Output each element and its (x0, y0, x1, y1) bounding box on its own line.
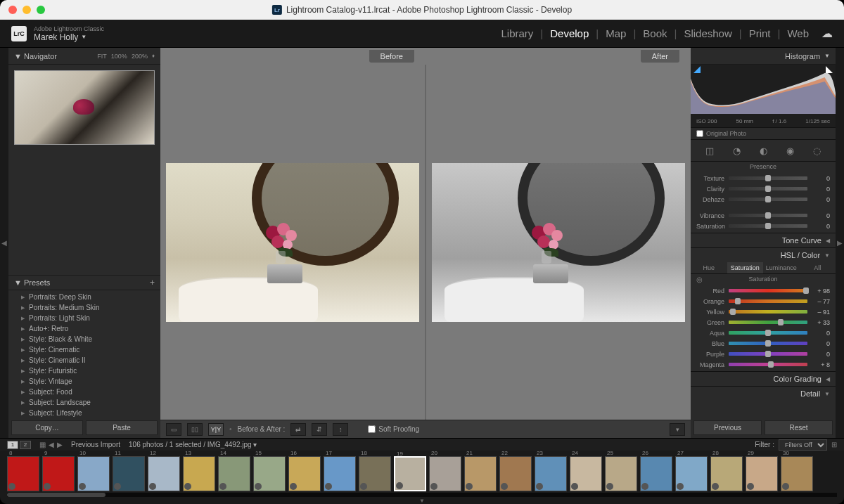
filmstrip-thumb[interactable]: 25 (605, 456, 637, 491)
slider-yellow[interactable]: Yellow– 91 (696, 306, 830, 317)
filmstrip[interactable]: 8910111213141516171819202122232425262728… (0, 451, 844, 497)
highlight-clip-icon[interactable] (826, 66, 833, 73)
ba-mode-3[interactable]: ↕ (333, 423, 348, 436)
detail-section[interactable]: Detail▼ (691, 386, 836, 401)
zoom-200[interactable]: 200% (132, 53, 148, 60)
filmstrip-thumb[interactable]: 17 (324, 456, 356, 491)
module-web[interactable]: Web (780, 27, 816, 39)
zoom-100[interactable]: 100% (111, 53, 127, 60)
filmstrip-thumb[interactable]: 21 (464, 456, 497, 491)
slider-saturation[interactable]: Saturation0 (696, 221, 830, 231)
slider-clarity[interactable]: Clarity0 (696, 183, 830, 194)
back-icon[interactable]: ◀ (49, 441, 54, 448)
preset-item[interactable]: ▶Style: Cinematic (8, 344, 160, 355)
before-photo[interactable] (166, 163, 419, 322)
preset-item[interactable]: ▶Subject: Food (8, 387, 160, 397)
histogram-header[interactable]: Histogram▼ (691, 48, 836, 65)
source-label[interactable]: Previous Import (71, 441, 120, 448)
module-library[interactable]: Library (494, 27, 540, 39)
slider-blue[interactable]: Blue0 (696, 338, 830, 349)
add-preset-icon[interactable]: + (150, 278, 155, 287)
module-develop[interactable]: Develop (543, 27, 596, 39)
loupe-view-button[interactable]: ▭ (166, 423, 181, 436)
filmstrip-thumb[interactable]: 29 (746, 456, 778, 491)
hsl-tab-all[interactable]: All (800, 262, 836, 273)
filmstrip-thumb[interactable]: 14 (218, 456, 250, 491)
filmstrip-thumb[interactable]: 19 (394, 456, 426, 491)
slider-aqua[interactable]: Aqua0 (696, 328, 830, 338)
slider-orange[interactable]: Orange– 77 (696, 296, 830, 306)
cloud-sync-icon[interactable]: ☁ (821, 27, 833, 40)
slider-texture[interactable]: Texture0 (696, 173, 830, 183)
before-after-button[interactable]: Y|Y (208, 423, 224, 436)
preset-item[interactable]: ▶Portraits: Light Skin (8, 313, 160, 323)
slider-green[interactable]: Green+ 33 (696, 317, 830, 328)
left-edge[interactable]: ◀ (0, 48, 8, 438)
preset-item[interactable]: ▶Style: Futuristic (8, 366, 160, 376)
heal-tool-icon[interactable]: ◔ (730, 144, 743, 157)
display-2[interactable]: 2 (20, 441, 31, 449)
radial-tool-icon[interactable]: ◌ (810, 144, 823, 157)
soft-proofing-toggle[interactable]: Soft Proofing (368, 425, 419, 433)
target-adjust-icon[interactable]: ◎ (696, 276, 703, 283)
filmstrip-thumb[interactable]: 30 (781, 456, 813, 491)
mask-tool-icon[interactable]: ◐ (757, 144, 769, 157)
preset-item[interactable]: ▶Subject: Lifestyle (8, 408, 160, 418)
grid-icon[interactable]: ▦ (39, 441, 46, 448)
slider-purple[interactable]: Purple0 (696, 349, 830, 359)
shadow-clip-icon[interactable] (693, 66, 701, 73)
toolbar-menu-button[interactable]: ▾ (670, 423, 685, 436)
color-grading-section[interactable]: Color Grading◀ (691, 371, 836, 386)
bottom-edge[interactable]: ▼ (0, 497, 844, 504)
collapse-bottom-icon[interactable]: ▼ (419, 498, 425, 504)
navigator-preview[interactable] (14, 70, 155, 145)
filmstrip-thumb[interactable]: 22 (499, 456, 532, 491)
filmstrip-thumb[interactable]: 11 (113, 456, 145, 491)
filmstrip-thumb[interactable]: 9 (42, 456, 75, 491)
hsl-tab-luminance[interactable]: Luminance (763, 262, 800, 273)
collapse-right-icon[interactable]: ▶ (837, 239, 843, 247)
module-book[interactable]: Book (636, 27, 674, 39)
preset-item[interactable]: ▶Portraits: Deep Skin (8, 292, 160, 302)
filmstrip-thumb[interactable]: 8 (7, 456, 39, 491)
identity-plate[interactable]: LrC Adobe Lightroom Classic Marek Holly … (11, 25, 104, 42)
filmstrip-thumb[interactable]: 16 (288, 456, 321, 491)
module-slideshow[interactable]: Slideshow (677, 27, 738, 39)
previous-button[interactable]: Previous (693, 420, 762, 435)
slider-dehaze[interactable]: Dehaze0 (696, 194, 830, 205)
collapse-left-icon[interactable]: ◀ (1, 239, 7, 247)
filmstrip-thumb[interactable]: 15 (253, 456, 286, 491)
display-1[interactable]: 1 (7, 441, 18, 449)
close-window-button[interactable] (8, 6, 17, 14)
redeye-tool-icon[interactable]: ◉ (784, 144, 796, 157)
module-map[interactable]: Map (599, 27, 633, 39)
filmstrip-thumb[interactable]: 12 (148, 456, 180, 491)
right-edge[interactable]: ▶ (836, 48, 844, 438)
filmstrip-thumb[interactable]: 26 (640, 456, 672, 491)
preset-item[interactable]: ▶Subject: Landscape (8, 397, 160, 408)
after-photo[interactable] (432, 163, 685, 322)
preset-item[interactable]: ▶Style: Black & White (8, 334, 160, 344)
hsl-tab-saturation[interactable]: Saturation (727, 262, 764, 273)
tone-curve-section[interactable]: Tone Curve◀ (691, 233, 836, 247)
filmstrip-thumb[interactable]: 28 (710, 456, 743, 491)
preset-item[interactable]: ▶Style: Vintage (8, 376, 160, 387)
preset-item[interactable]: ▶Portraits: Medium Skin (8, 302, 160, 313)
preset-item[interactable]: ▶Style: Cinematic II (8, 355, 160, 366)
compare-view[interactable] (160, 65, 691, 420)
paste-button[interactable]: Paste (86, 420, 158, 435)
ba-mode-2[interactable]: ⇵ (312, 423, 327, 436)
filmstrip-thumb[interactable]: 10 (77, 456, 110, 491)
hsl-tab-hue[interactable]: Hue (691, 262, 727, 273)
ba-mode-1[interactable]: ⇄ (290, 423, 306, 436)
module-print[interactable]: Print (742, 27, 778, 39)
crop-tool-icon[interactable]: ◫ (703, 144, 716, 157)
filmstrip-thumb[interactable]: 18 (359, 456, 391, 491)
slider-magenta[interactable]: Magenta+ 8 (696, 359, 830, 370)
filter-lock-icon[interactable]: ⊞ (831, 441, 837, 448)
zoom-fit[interactable]: FIT (97, 53, 107, 60)
slider-vibrance[interactable]: Vibrance0 (696, 210, 830, 221)
reset-button[interactable]: Reset (765, 420, 833, 435)
preset-item[interactable]: ▶Auto+: Retro (8, 323, 160, 334)
histogram[interactable]: ISO 20050 mmf / 1.61/125 sec (691, 65, 836, 128)
